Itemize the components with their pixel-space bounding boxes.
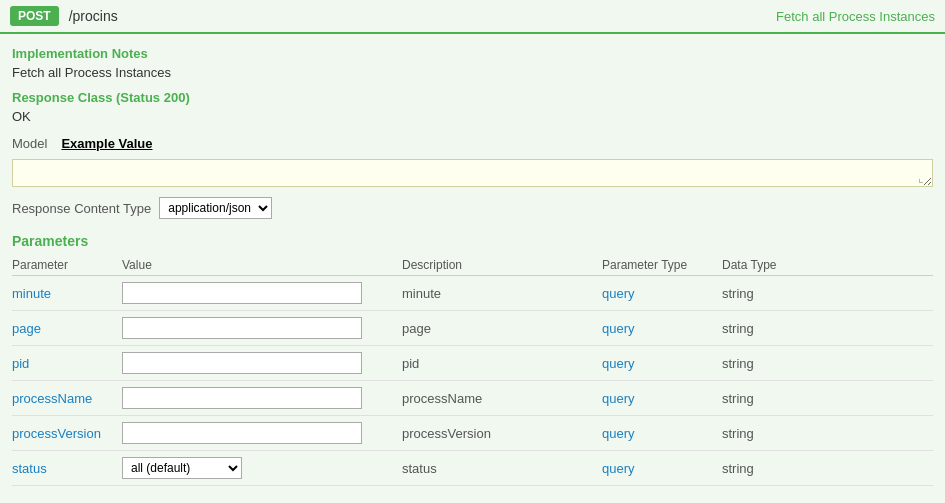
param-text-input[interactable]: [122, 352, 362, 374]
response-status-text: OK: [12, 109, 933, 124]
example-value-tab[interactable]: Example Value: [55, 134, 158, 153]
param-parameter-type: query: [602, 416, 722, 451]
header-left: POST /procins: [10, 6, 118, 26]
response-class-title: Response Class (Status 200): [12, 90, 933, 105]
model-label: Model: [12, 136, 47, 151]
param-name: processVersion: [12, 416, 122, 451]
param-description: minute: [402, 276, 602, 311]
header-bar: POST /procins Fetch all Process Instance…: [0, 0, 945, 34]
resize-handle-icon: ⌞: [918, 172, 930, 184]
param-text-input[interactable]: [122, 317, 362, 339]
response-content-row: Response Content Type application/json a…: [12, 197, 933, 219]
param-description: pid: [402, 346, 602, 381]
param-name: page: [12, 311, 122, 346]
example-box: ⌞: [12, 159, 933, 187]
param-text-input[interactable]: [122, 387, 362, 409]
endpoint-path: /procins: [69, 8, 118, 24]
param-text-input[interactable]: [122, 422, 362, 444]
param-parameter-type: query: [602, 346, 722, 381]
param-description: processName: [402, 381, 602, 416]
param-name: minute: [12, 276, 122, 311]
param-data-type: string: [722, 311, 933, 346]
table-row: pidpidquerystring: [12, 346, 933, 381]
param-description: page: [402, 311, 602, 346]
content-area: Implementation Notes Fetch all Process I…: [0, 34, 945, 498]
param-data-type: string: [722, 276, 933, 311]
param-data-type: string: [722, 416, 933, 451]
table-row: minuteminutequerystring: [12, 276, 933, 311]
method-badge: POST: [10, 6, 59, 26]
response-content-select[interactable]: application/json application/xml text/pl…: [159, 197, 272, 219]
param-name: status: [12, 451, 122, 486]
param-parameter-type: query: [602, 451, 722, 486]
implementation-notes-description: Fetch all Process Instances: [12, 65, 933, 80]
col-header-value: Value: [122, 255, 402, 276]
col-header-parameter: Parameter: [12, 255, 122, 276]
fetch-all-link[interactable]: Fetch all Process Instances: [776, 9, 935, 24]
response-content-label: Response Content Type: [12, 201, 151, 216]
parameters-title: Parameters: [12, 233, 933, 249]
table-row: pagepagequerystring: [12, 311, 933, 346]
param-value-cell: [122, 311, 402, 346]
model-row: Model Example Value: [12, 134, 933, 153]
table-row: processVersionprocessVersionquerystring: [12, 416, 933, 451]
param-parameter-type: query: [602, 381, 722, 416]
param-value-cell: all (default)activeinactive: [122, 451, 402, 486]
param-name: processName: [12, 381, 122, 416]
param-data-type: string: [722, 451, 933, 486]
param-parameter-type: query: [602, 311, 722, 346]
param-value-cell: [122, 346, 402, 381]
col-header-data-type: Data Type: [722, 255, 933, 276]
param-status-select[interactable]: all (default)activeinactive: [122, 457, 242, 479]
param-text-input[interactable]: [122, 282, 362, 304]
param-description: processVersion: [402, 416, 602, 451]
param-value-cell: [122, 381, 402, 416]
param-parameter-type: query: [602, 276, 722, 311]
param-value-cell: [122, 416, 402, 451]
col-header-parameter-type: Parameter Type: [602, 255, 722, 276]
parameters-table: Parameter Value Description Parameter Ty…: [12, 255, 933, 486]
param-data-type: string: [722, 381, 933, 416]
table-row: processNameprocessNamequerystring: [12, 381, 933, 416]
parameters-section: Parameters Parameter Value Description P…: [12, 233, 933, 486]
param-data-type: string: [722, 346, 933, 381]
param-name: pid: [12, 346, 122, 381]
param-value-cell: [122, 276, 402, 311]
param-description: status: [402, 451, 602, 486]
implementation-notes-title: Implementation Notes: [12, 46, 933, 61]
table-row: statusall (default)activeinactivestatusq…: [12, 451, 933, 486]
col-header-description: Description: [402, 255, 602, 276]
